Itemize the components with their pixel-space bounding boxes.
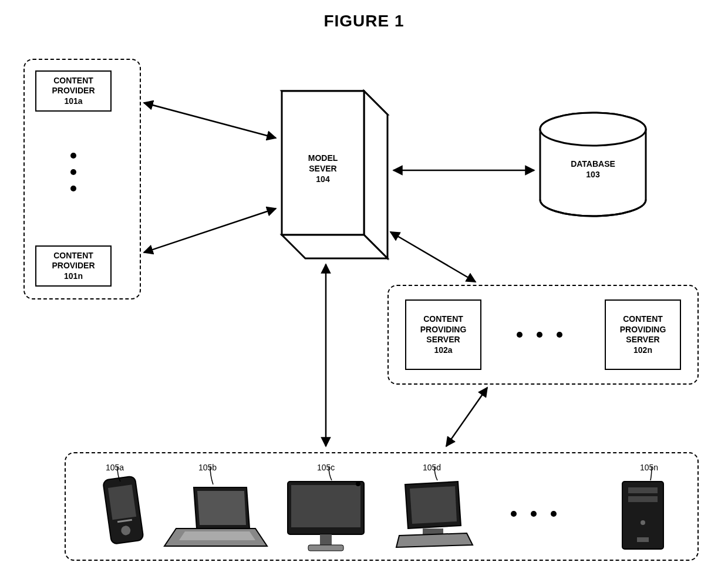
device-n-label: 105n <box>640 463 658 472</box>
id-label: 101n <box>64 271 83 282</box>
device-a-label: 105a <box>106 463 124 472</box>
ellipsis-vertical <box>70 153 76 191</box>
device-d-label: 105d <box>423 463 441 472</box>
text: PROVIDER <box>52 261 95 271</box>
svg-marker-1 <box>364 91 387 258</box>
content-provider-n: CONTENT PROVIDER 101n <box>35 245 112 287</box>
arrow-providerN-model <box>144 208 276 253</box>
id-label: 102n <box>633 345 652 356</box>
id-label: 102a <box>434 345 452 356</box>
content-providing-server-n: CONTENT PROVIDING SERVER 102n <box>605 299 681 370</box>
svg-point-4 <box>540 113 646 146</box>
text: SERVER <box>426 335 460 345</box>
text: MODEL <box>288 153 358 163</box>
text: CONTENT <box>623 314 663 325</box>
figure-title: FIGURE 1 <box>0 12 728 31</box>
dot-icon <box>70 186 76 191</box>
arrow-model-cps <box>390 232 476 282</box>
dot-icon <box>537 332 542 338</box>
text: CONTENT <box>423 314 463 325</box>
text: PROVIDER <box>52 86 95 96</box>
dot-icon <box>557 332 562 338</box>
device-b-label: 105b <box>198 463 217 472</box>
content-providing-server-a: CONTENT PROVIDING SERVER 102a <box>405 299 481 370</box>
id-label: 101a <box>64 96 82 107</box>
svg-marker-3 <box>282 235 387 258</box>
content-provider-a: CONTENT PROVIDER 101a <box>35 70 112 112</box>
device-c-label: 105c <box>317 463 335 472</box>
database-label: DATABASE 103 <box>561 159 625 180</box>
dot-icon <box>531 511 537 517</box>
text: CONTENT <box>53 76 93 86</box>
model-server-label: MODEL SEVER 104 <box>288 153 358 185</box>
text: DATABASE <box>561 159 625 169</box>
dot-icon <box>517 332 523 338</box>
text: SEVER <box>288 163 358 174</box>
devices-group <box>65 452 699 561</box>
text: SERVER <box>626 335 659 345</box>
svg-point-5 <box>540 113 646 146</box>
ellipsis-horizontal <box>517 332 562 338</box>
arrow-cps-devices <box>446 388 487 446</box>
dot-icon <box>70 169 76 175</box>
ellipsis-horizontal <box>511 511 557 517</box>
text: PROVIDING <box>620 325 666 335</box>
svg-marker-0 <box>282 91 387 115</box>
dot-icon <box>551 511 557 517</box>
text: PROVIDING <box>420 325 467 335</box>
arrow-providerA-model <box>144 103 276 138</box>
text: CONTENT <box>53 251 93 261</box>
id-label: 104 <box>288 174 358 184</box>
dot-icon <box>70 153 76 159</box>
dot-icon <box>511 511 517 517</box>
id-label: 103 <box>561 169 625 180</box>
